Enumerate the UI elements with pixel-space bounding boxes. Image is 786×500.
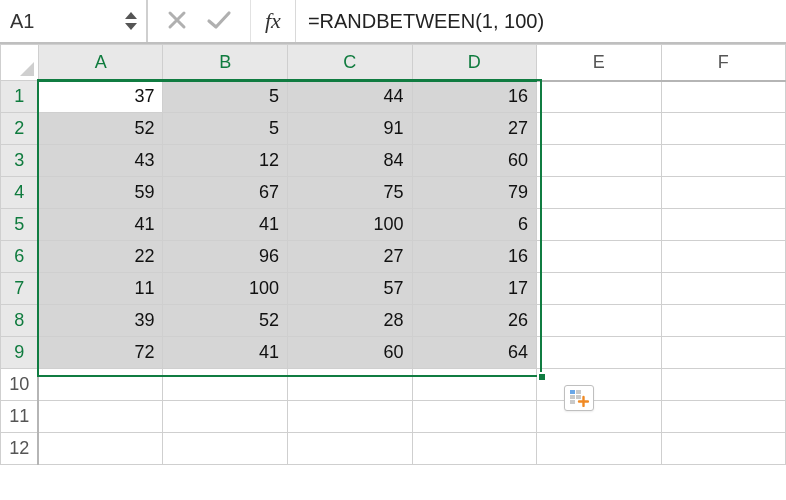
cell-C10[interactable] — [287, 369, 412, 401]
cell-D2[interactable]: 27 — [412, 113, 537, 145]
cell-D1[interactable]: 16 — [412, 81, 537, 113]
row-header-5[interactable]: 5 — [1, 209, 39, 241]
cell-F5[interactable] — [661, 209, 786, 241]
cell-C9[interactable]: 60 — [287, 337, 412, 369]
cell-E8[interactable] — [537, 305, 661, 337]
cell-B5[interactable]: 41 — [163, 209, 288, 241]
row-header-11[interactable]: 11 — [1, 401, 39, 433]
column-header-B[interactable]: B — [163, 45, 288, 81]
cell-A3[interactable]: 43 — [38, 145, 163, 177]
fill-handle[interactable] — [537, 372, 547, 382]
cell-F10[interactable] — [661, 369, 786, 401]
cell-D8[interactable]: 26 — [412, 305, 537, 337]
cell-A1[interactable]: 37 — [38, 81, 163, 113]
cell-E2[interactable] — [537, 113, 661, 145]
cell-A9[interactable]: 72 — [38, 337, 163, 369]
cell-A4[interactable]: 59 — [38, 177, 163, 209]
cell-B10[interactable] — [163, 369, 288, 401]
cell-A8[interactable]: 39 — [38, 305, 163, 337]
cell-D11[interactable] — [412, 401, 537, 433]
fx-label[interactable]: fx — [251, 0, 296, 42]
cell-E9[interactable] — [537, 337, 661, 369]
cell-E11[interactable] — [537, 401, 661, 433]
cell-B2[interactable]: 5 — [163, 113, 288, 145]
row-header-2[interactable]: 2 — [1, 113, 39, 145]
cancel-icon[interactable] — [166, 9, 188, 34]
cell-C8[interactable]: 28 — [287, 305, 412, 337]
cell-E7[interactable] — [537, 273, 661, 305]
cell-F3[interactable] — [661, 145, 786, 177]
quick-analysis-button[interactable] — [564, 385, 594, 411]
cell-A7[interactable]: 11 — [38, 273, 163, 305]
cell-D6[interactable]: 16 — [412, 241, 537, 273]
cell-C4[interactable]: 75 — [287, 177, 412, 209]
spreadsheet-grid: ABCDEF1375441625259127343128460459677579… — [0, 44, 786, 465]
cell-D10[interactable] — [412, 369, 537, 401]
row-header-9[interactable]: 9 — [1, 337, 39, 369]
row-header-3[interactable]: 3 — [1, 145, 39, 177]
formula-input[interactable]: =RANDBETWEEN(1, 100) — [296, 0, 786, 42]
select-all-corner[interactable] — [1, 45, 39, 81]
column-header-F[interactable]: F — [661, 45, 786, 81]
row-header-6[interactable]: 6 — [1, 241, 39, 273]
column-header-C[interactable]: C — [287, 45, 412, 81]
cell-F2[interactable] — [661, 113, 786, 145]
cell-C2[interactable]: 91 — [287, 113, 412, 145]
confirm-icon[interactable] — [206, 9, 232, 34]
cell-F11[interactable] — [661, 401, 786, 433]
cell-B3[interactable]: 12 — [163, 145, 288, 177]
row-header-7[interactable]: 7 — [1, 273, 39, 305]
row-header-4[interactable]: 4 — [1, 177, 39, 209]
cell-F12[interactable] — [661, 433, 786, 465]
cell-D12[interactable] — [412, 433, 537, 465]
cell-C7[interactable]: 57 — [287, 273, 412, 305]
cell-B8[interactable]: 52 — [163, 305, 288, 337]
cell-D3[interactable]: 60 — [412, 145, 537, 177]
cell-F4[interactable] — [661, 177, 786, 209]
cell-E10[interactable] — [537, 369, 661, 401]
cell-E3[interactable] — [537, 145, 661, 177]
cell-E6[interactable] — [537, 241, 661, 273]
cell-D4[interactable]: 79 — [412, 177, 537, 209]
column-header-A[interactable]: A — [38, 45, 163, 81]
cell-B12[interactable] — [163, 433, 288, 465]
cell-B9[interactable]: 41 — [163, 337, 288, 369]
cell-B1[interactable]: 5 — [163, 81, 288, 113]
cell-E5[interactable] — [537, 209, 661, 241]
cell-F1[interactable] — [661, 81, 786, 113]
cell-E1[interactable] — [537, 81, 661, 113]
cell-D9[interactable]: 64 — [412, 337, 537, 369]
cell-B7[interactable]: 100 — [163, 273, 288, 305]
cell-F9[interactable] — [661, 337, 786, 369]
cell-F7[interactable] — [661, 273, 786, 305]
cell-C1[interactable]: 44 — [287, 81, 412, 113]
cell-D7[interactable]: 17 — [412, 273, 537, 305]
cell-B6[interactable]: 96 — [163, 241, 288, 273]
cell-E12[interactable] — [537, 433, 661, 465]
column-header-E[interactable]: E — [537, 45, 661, 81]
cell-D5[interactable]: 6 — [412, 209, 537, 241]
column-header-D[interactable]: D — [412, 45, 537, 81]
cell-B4[interactable]: 67 — [163, 177, 288, 209]
cell-A6[interactable]: 22 — [38, 241, 163, 273]
cell-C11[interactable] — [287, 401, 412, 433]
cell-A2[interactable]: 52 — [38, 113, 163, 145]
cell-C12[interactable] — [287, 433, 412, 465]
cell-A5[interactable]: 41 — [38, 209, 163, 241]
cell-F6[interactable] — [661, 241, 786, 273]
cell-A12[interactable] — [38, 433, 163, 465]
cell-E4[interactable] — [537, 177, 661, 209]
row-header-8[interactable]: 8 — [1, 305, 39, 337]
cell-B11[interactable] — [163, 401, 288, 433]
cell-A11[interactable] — [38, 401, 163, 433]
name-box-stepper[interactable] — [124, 11, 142, 31]
cell-A10[interactable] — [38, 369, 163, 401]
row-header-1[interactable]: 1 — [1, 81, 39, 113]
row-header-10[interactable]: 10 — [1, 369, 39, 401]
cell-C3[interactable]: 84 — [287, 145, 412, 177]
row-header-12[interactable]: 12 — [1, 433, 39, 465]
cell-F8[interactable] — [661, 305, 786, 337]
name-box[interactable]: A1 — [10, 10, 124, 33]
cell-C5[interactable]: 100 — [287, 209, 412, 241]
cell-C6[interactable]: 27 — [287, 241, 412, 273]
